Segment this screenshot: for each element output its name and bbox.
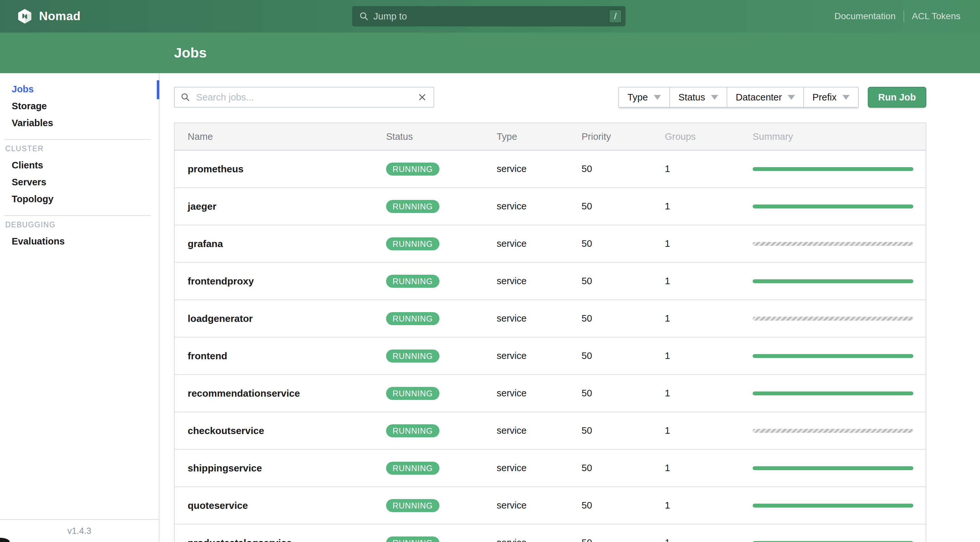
status-badge: RUNNING [386, 312, 439, 325]
job-priority: 50 [582, 276, 665, 286]
status-badge: RUNNING [386, 162, 439, 176]
chevron-down-icon [788, 95, 795, 100]
job-name: recommendationservice [175, 388, 386, 399]
filter-dropdown-status[interactable]: Status [670, 87, 727, 107]
top-navbar: Nomad / Documentation ACL Tokens [0, 0, 980, 32]
sidebar-item-label: Storage [12, 101, 47, 111]
sidebar-section-debugging: DEBUGGING [0, 218, 159, 231]
job-priority: 50 [582, 537, 665, 542]
clear-search-icon[interactable] [417, 92, 427, 102]
column-header-name[interactable]: Name [175, 131, 386, 142]
job-name: grafana [175, 238, 386, 250]
filter-label: Prefix [813, 92, 837, 103]
job-name: frontendproxy [175, 276, 386, 287]
column-header-groups: Groups [665, 131, 752, 142]
column-header-priority[interactable]: Priority [582, 131, 665, 142]
summary-bar [752, 466, 913, 470]
status-badge: RUNNING [386, 350, 439, 362]
top-links: Documentation ACL Tokens [834, 10, 961, 22]
status-badge: RUNNING [386, 462, 439, 475]
sidebar: Jobs Storage Variables CLUSTER Clients S… [0, 73, 159, 542]
column-header-status[interactable]: Status [386, 131, 497, 142]
summary-bar [752, 205, 913, 208]
jobs-search-input[interactable] [174, 87, 434, 108]
search-icon [181, 92, 190, 102]
table-row[interactable]: frontend RUNNING service 50 1 [175, 337, 926, 375]
documentation-link[interactable]: Documentation [834, 11, 896, 21]
job-groups: 1 [665, 164, 752, 174]
job-name: prometheus [175, 164, 386, 175]
table-row[interactable]: frontendproxy RUNNING service 50 1 [175, 263, 926, 300]
table-row[interactable]: shippingservice RUNNING service 50 1 [175, 450, 926, 487]
filter-dropdown-prefix[interactable]: Prefix [804, 87, 858, 107]
version-label: v1.4.3 [0, 519, 159, 542]
table-header: Name Status Type Priority Groups Summary [175, 123, 926, 151]
sidebar-item-label: Topology [12, 194, 53, 205]
table-row[interactable]: productcatalogservice RUNNING service 50… [175, 525, 926, 542]
job-type: service [497, 238, 582, 249]
table-row[interactable]: jaeger RUNNING service 50 1 [175, 188, 926, 225]
status-badge: RUNNING [386, 499, 439, 512]
chevron-down-icon [711, 95, 718, 100]
sidebar-item-label: Evaluations [12, 236, 65, 247]
job-priority: 50 [582, 313, 665, 324]
job-type: service [497, 537, 582, 542]
column-header-summary: Summary [752, 131, 926, 142]
job-groups: 1 [665, 351, 752, 361]
sidebar-divider [4, 139, 151, 140]
chevron-down-icon [654, 95, 661, 100]
jump-to-search[interactable]: / [352, 6, 625, 26]
sidebar-item-label: Jobs [12, 84, 34, 95]
job-priority: 50 [582, 238, 665, 249]
filter-dropdown-datacenter[interactable]: Datacenter [727, 87, 804, 107]
filter-dropdown-type[interactable]: Type [619, 87, 670, 107]
job-groups: 1 [665, 238, 752, 249]
nomad-logo-icon [17, 8, 32, 24]
job-priority: 50 [582, 388, 665, 399]
table-row[interactable]: checkoutservice RUNNING service 50 1 [175, 412, 926, 450]
job-type: service [497, 351, 582, 361]
sidebar-item-topology[interactable]: Topology [0, 191, 159, 207]
filter-group: Type Status Datacenter Prefix [618, 87, 859, 108]
job-type: service [497, 201, 582, 211]
job-type: service [497, 463, 582, 474]
brand-name: Nomad [39, 10, 81, 23]
sidebar-item-label: Variables [12, 118, 53, 129]
status-badge: RUNNING [386, 424, 439, 437]
job-name: shippingservice [175, 463, 386, 474]
job-type: service [497, 313, 582, 324]
summary-bar [752, 279, 913, 283]
sidebar-section-cluster: CLUSTER [0, 142, 159, 155]
page-header: Jobs [0, 32, 980, 73]
sidebar-item-jobs[interactable]: Jobs [0, 81, 159, 97]
sidebar-item-storage[interactable]: Storage [0, 97, 159, 114]
summary-bar [752, 317, 913, 321]
jump-to-input[interactable] [373, 11, 609, 22]
status-badge: RUNNING [386, 200, 439, 213]
job-groups: 1 [665, 276, 752, 286]
sidebar-item-evaluations[interactable]: Evaluations [0, 233, 159, 250]
page-title: Jobs [174, 45, 207, 61]
sidebar-item-servers[interactable]: Servers [0, 173, 159, 191]
table-row[interactable]: recommendationservice RUNNING service 50… [175, 375, 926, 412]
column-header-type[interactable]: Type [497, 131, 582, 142]
table-row[interactable]: quoteservice RUNNING service 50 1 [175, 487, 926, 525]
brand[interactable]: Nomad [17, 8, 81, 24]
status-badge: RUNNING [386, 387, 439, 400]
summary-bar [752, 354, 913, 358]
table-row[interactable]: grafana RUNNING service 50 1 [175, 225, 926, 263]
table-row[interactable]: prometheus RUNNING service 50 1 [175, 151, 926, 188]
job-type: service [497, 500, 582, 511]
table-row[interactable]: loadgenerator RUNNING service 50 1 [175, 300, 926, 337]
summary-bar [752, 541, 913, 542]
run-job-button[interactable]: Run Job [868, 87, 926, 108]
sidebar-item-clients[interactable]: Clients [0, 157, 159, 173]
job-groups: 1 [665, 388, 752, 399]
sidebar-item-variables[interactable]: Variables [0, 114, 159, 131]
job-groups: 1 [665, 313, 752, 324]
chevron-down-icon [842, 95, 850, 100]
job-priority: 50 [582, 463, 665, 474]
job-name: frontend [175, 351, 386, 362]
acl-tokens-link[interactable]: ACL Tokens [912, 11, 961, 21]
search-icon [359, 11, 369, 21]
